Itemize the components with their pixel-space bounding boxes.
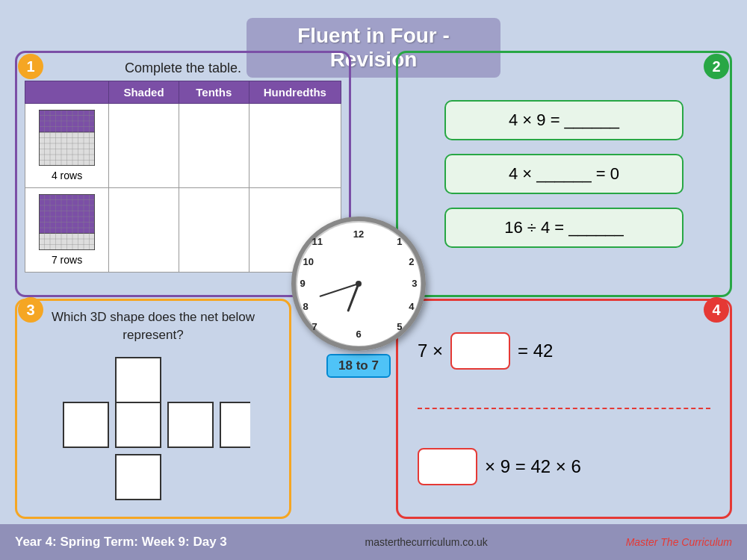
row1-image: 4 rows [25,104,109,188]
svg-rect-46 [220,402,250,447]
row2-tenths-input[interactable] [191,224,236,237]
section-number-2: 2 [704,54,729,79]
section-2: 4 × 9 = ______ 4 × ______ = 0 16 ÷ 4 = _… [396,51,732,297]
footer-brand: Master The Curriculum [626,536,732,548]
row1-shaded-input[interactable] [122,140,167,152]
math-problem-3: 16 ÷ 4 = ______ [444,208,684,248]
grid-4rows [39,110,95,166]
row2-shaded-input[interactable] [122,224,167,237]
net-container [28,350,279,507]
table-row: 4 rows [25,104,341,188]
row1-tenths[interactable] [179,104,249,188]
section-number-4: 4 [704,297,729,323]
clock-center-dot [356,281,362,287]
svg-rect-43 [63,402,108,447]
math-text-2: × 9 = 42 × 6 [485,456,581,477]
answer-box-2[interactable] [418,448,477,485]
section-3: Which 3D shape does the net below repres… [15,299,291,519]
row1-hundredths-input[interactable] [273,140,317,152]
col-tenths: Tenths [179,81,249,104]
svg-rect-42 [116,358,161,402]
svg-rect-44 [116,402,161,447]
row1-shaded[interactable] [109,104,179,188]
section1-instruction: Complete the table. [25,60,341,76]
answer-box-1[interactable] [450,332,510,370]
col-hundredths: Hundredths [249,81,341,104]
section3-question: Which 3D shape does the net below repres… [28,308,279,344]
grid-7rows [39,194,95,250]
math-line-1: 7 × = 42 [410,332,718,370]
section-4: 7 × = 42 × 9 = 42 × 6 [396,299,732,519]
clock-inner: 12 1 2 3 4 5 6 7 8 9 10 11 // We'll do t… [297,223,421,346]
math-line-2: × 9 = 42 × 6 [410,448,718,485]
math-problem-1: 4 × 9 = ______ [444,100,684,140]
row2-tenths[interactable] [179,188,249,273]
bottom-bar: Year 4: Spring Term: Week 9: Day 3 maste… [0,524,747,560]
row1-label: 4 rows [31,169,102,181]
footer-url: masterthecurriculum.co.uk [365,536,488,548]
row1-hundredths[interactable] [249,104,341,188]
math-text-1b: = 42 [518,340,553,361]
row1-tenths-input[interactable] [191,140,236,152]
col-image [25,81,109,104]
col-shaded: Shaded [109,81,179,104]
section-divider [418,408,710,409]
row2-label: 7 rows [31,254,102,266]
clock-container: 12 1 2 3 4 5 6 7 8 9 10 11 // We'll do t… [284,217,433,378]
row2-shaded[interactable] [109,188,179,273]
section-number-1: 1 [18,54,43,79]
section-number-3: 3 [18,297,43,323]
clock-face: 12 1 2 3 4 5 6 7 8 9 10 11 // We'll do t… [291,217,426,351]
clock-time-label: 18 to 7 [326,354,391,378]
footer-label: Year 4: Spring Term: Week 9: Day 3 [15,535,227,550]
svg-rect-45 [168,402,213,447]
net-shape [56,350,250,507]
math-problem-2: 4 × ______ = 0 [444,154,684,194]
row2-image: 7 rows [25,188,109,273]
svg-rect-47 [116,455,161,500]
